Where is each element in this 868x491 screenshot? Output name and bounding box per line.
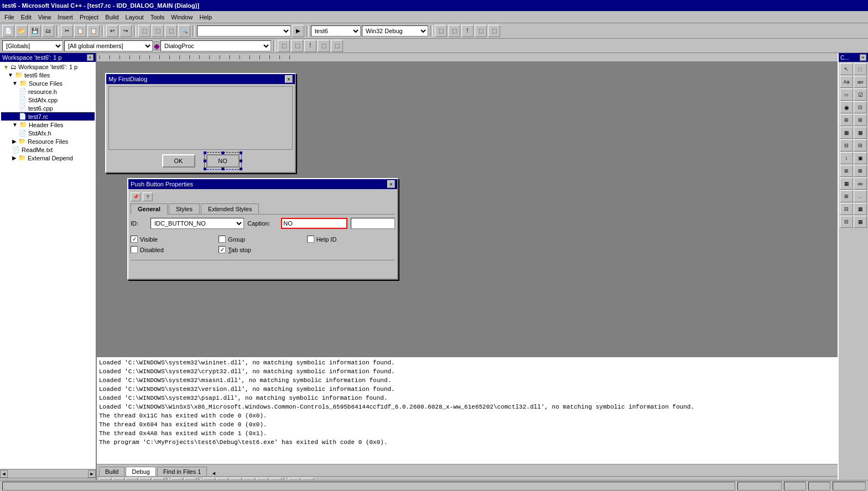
toolbar-redo[interactable]: ↪ xyxy=(119,25,132,37)
tool-progress[interactable]: ▣ xyxy=(854,152,867,164)
workspace-close[interactable]: × xyxy=(87,54,93,61)
tool-static[interactable]: Aa xyxy=(840,76,853,88)
checkbox-disabled-input[interactable] xyxy=(131,246,138,253)
toolbar-save2[interactable]: 🗂 xyxy=(42,25,54,37)
toolbar-new[interactable]: 📄 xyxy=(2,25,14,37)
caption-input[interactable] xyxy=(281,218,347,229)
toolbar-save[interactable]: 💾 xyxy=(29,25,41,37)
toolbar-b4[interactable]: 🔍 xyxy=(178,25,190,37)
first-dialog-close[interactable]: × xyxy=(285,75,293,83)
toolbar-b1[interactable]: ⬚ xyxy=(138,25,150,37)
toolbar-paste[interactable]: 📋 xyxy=(87,25,100,37)
tool-listbox[interactable]: ⊞ xyxy=(840,114,853,126)
toolbar-cut[interactable]: ✂ xyxy=(61,25,73,37)
tool-b9[interactable]: ⊠ xyxy=(854,165,867,177)
toolbar-b7[interactable]: ! xyxy=(461,25,474,37)
tool-b17[interactable]: ▦ xyxy=(854,216,867,228)
toolbar-go[interactable]: ▶ xyxy=(292,25,304,37)
toolbar-b9[interactable]: ⬚ xyxy=(488,25,500,37)
menu-file[interactable]: File xyxy=(1,13,18,22)
props-close[interactable]: × xyxy=(387,180,395,188)
tool-b11[interactable]: ab xyxy=(854,177,867,190)
tab-debug[interactable]: Debug xyxy=(126,467,155,476)
toolbar-combo-empty[interactable] xyxy=(197,25,291,36)
menu-tools[interactable]: Tools xyxy=(147,13,168,22)
tool-edit[interactable]: abl xyxy=(854,76,867,88)
tab-general[interactable]: General xyxy=(131,203,168,215)
toolbar-b2[interactable]: ⬚ xyxy=(152,25,164,37)
tool-b5[interactable]: ⊞ xyxy=(854,114,867,126)
menu-edit[interactable]: Edit xyxy=(18,13,35,22)
tool-b15[interactable]: ▦ xyxy=(854,203,867,215)
menu-insert[interactable]: Insert xyxy=(54,13,76,22)
toolbar-b5[interactable]: ⬚ xyxy=(435,25,447,37)
first-dialog-window[interactable]: My FirstDialog × OK xyxy=(105,73,296,173)
toolbar-copy[interactable]: 📋 xyxy=(74,25,86,37)
tree-root[interactable]: ▼ 🗂 Workspace 'test6': 1 p xyxy=(1,63,95,71)
toolbar-b3[interactable]: ⬚ xyxy=(165,25,177,37)
checkbox-group-input[interactable] xyxy=(219,236,226,243)
menu-view[interactable]: View xyxy=(35,13,55,22)
tree-source-files[interactable]: ▼ 📁 Source Files xyxy=(1,79,95,87)
dialog-ok-button[interactable]: OK xyxy=(162,154,195,168)
tool-group[interactable]: ⊡ xyxy=(854,101,867,113)
scroll-left-btn[interactable]: ◄ xyxy=(0,470,8,478)
toolbar-c3[interactable]: ! xyxy=(304,40,316,52)
tool-slider[interactable]: ⊞ xyxy=(840,165,853,177)
toolbar-combo-project[interactable]: test6 xyxy=(311,25,361,36)
scroll-right-btn[interactable]: ► xyxy=(88,470,96,478)
tree-hscroll[interactable]: ◄ ► xyxy=(0,469,96,478)
toolbar-b6[interactable]: ⬚ xyxy=(448,25,460,37)
toolbar-scope[interactable]: [Globals] xyxy=(2,40,63,51)
tab-styles[interactable]: Styles xyxy=(169,203,200,214)
tree-stdafx-cpp[interactable]: 📄 StdAfx.cpp xyxy=(1,96,95,104)
tool-combo[interactable]: ▦ xyxy=(840,127,853,139)
props-pin-btn[interactable]: 📌 xyxy=(131,192,141,201)
menu-layout[interactable]: Layout xyxy=(122,13,147,22)
id-combo[interactable]: IDC_BUTTON_NO xyxy=(150,218,244,229)
tool-b14[interactable]: ⊟ xyxy=(840,203,853,215)
tree-readme[interactable]: 📄 ReadMe.txt xyxy=(1,145,95,154)
tree-resource-files[interactable]: ▶ 📁 Resource Files xyxy=(1,137,95,145)
extra-field[interactable] xyxy=(351,218,395,229)
menu-build[interactable]: Build xyxy=(102,13,122,22)
toolbar-undo[interactable]: ↩ xyxy=(106,25,118,37)
toolbar-c1[interactable]: ⬚ xyxy=(278,40,290,52)
tool-hscroll[interactable]: ⊟ xyxy=(840,139,853,152)
checkbox-visible-input[interactable] xyxy=(131,236,138,243)
tool-vscroll[interactable]: ⊟ xyxy=(854,139,867,152)
tree-header-files[interactable]: ▼ 📁 Header Files xyxy=(1,121,95,129)
menu-project[interactable]: Project xyxy=(76,13,102,22)
tool-check[interactable]: ☑ xyxy=(854,88,867,101)
tool-b13[interactable]: ... xyxy=(854,190,867,202)
toolbar-combo-config[interactable]: Win32 Debug xyxy=(362,25,428,36)
tool-pointer[interactable]: ↖ xyxy=(840,63,853,75)
toolbar-function[interactable]: DialogProc xyxy=(160,40,271,51)
tree-external[interactable]: ▶ 📁 External Depend xyxy=(1,154,95,162)
menu-help[interactable]: Help xyxy=(196,13,215,22)
toolbar-c4[interactable]: ⬚ xyxy=(318,40,330,52)
toolbar-c5[interactable]: ⬚ xyxy=(331,40,343,52)
tab-arrow[interactable]: ◄ xyxy=(208,471,219,476)
menu-window[interactable]: Window xyxy=(168,13,196,22)
props-help-btn[interactable]: ? xyxy=(143,192,153,201)
tree-stdafx-h[interactable]: 📄 StdAfx.h xyxy=(1,129,95,137)
tool-button[interactable]: ▭ xyxy=(840,88,853,101)
tab-find-in-files[interactable]: Find in Files 1 xyxy=(157,467,207,476)
tool-radio[interactable]: ◉ xyxy=(840,101,853,113)
toolbar-open[interactable]: 📂 xyxy=(15,25,28,37)
tool-b10[interactable]: ▦ xyxy=(840,177,853,190)
checkbox-tabstop-input[interactable] xyxy=(219,246,226,253)
tool-b6[interactable]: ▦ xyxy=(854,127,867,139)
tool-spin[interactable]: ↕ xyxy=(840,152,853,164)
tree-test6files[interactable]: ▼ 📁 test6 files xyxy=(1,71,95,79)
toolbox-close[interactable]: × xyxy=(860,54,866,61)
tool-b1[interactable]: ⬚ xyxy=(854,63,867,75)
toolbar-members[interactable]: [All global members] xyxy=(64,40,153,51)
tree-test6-cpp[interactable]: 📄 test6.cpp xyxy=(1,104,95,112)
checkbox-helpid-input[interactable] xyxy=(307,236,314,243)
toolbar-c2[interactable]: ⬚ xyxy=(291,40,303,52)
dialog-no-button[interactable]: NO xyxy=(206,154,240,168)
tree-test7-rc[interactable]: 📄 test7.rc xyxy=(1,112,95,121)
toolbar-b8[interactable]: ⬚ xyxy=(475,25,487,37)
